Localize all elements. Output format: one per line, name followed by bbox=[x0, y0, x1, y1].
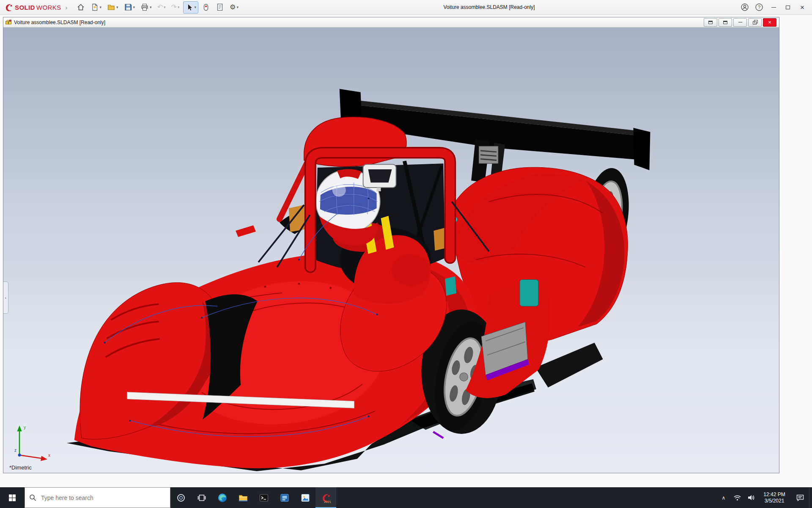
new-document-button[interactable]: ▾ bbox=[88, 1, 104, 14]
mouse-gestures-button[interactable] bbox=[200, 1, 212, 14]
cortana-icon bbox=[176, 493, 186, 502]
quick-access-toolbar: ▾ ▾ ▾ ▾ ↶ ▾ ↷ ▾ ▾ bbox=[74, 1, 241, 14]
assembly-file-icon bbox=[5, 19, 12, 26]
maximize-button[interactable] bbox=[781, 1, 795, 13]
clock-date: 3/5/2021 bbox=[757, 498, 791, 504]
doc-new-window-button[interactable] bbox=[704, 18, 717, 27]
search-input[interactable] bbox=[40, 494, 166, 502]
featuremanager-collapsed-tab[interactable]: ‹ bbox=[3, 282, 8, 314]
volume-icon bbox=[747, 494, 755, 502]
task-view-icon bbox=[197, 493, 206, 502]
photos-icon bbox=[300, 493, 310, 503]
print-icon bbox=[140, 3, 149, 11]
edge-button[interactable] bbox=[212, 487, 233, 508]
view-orientation-label: *Dimetric bbox=[9, 464, 32, 471]
undo-button[interactable]: ↶ ▾ bbox=[155, 1, 168, 14]
document-title: Voiture assomblee.SLDASM [Read-only] bbox=[14, 19, 105, 25]
brand-works-text: WORKS bbox=[36, 4, 61, 11]
gear-icon: ⚙ bbox=[230, 4, 236, 11]
file-explorer-icon bbox=[238, 493, 248, 503]
terminal-app-button[interactable] bbox=[253, 487, 274, 508]
document-window-controls: × bbox=[704, 18, 777, 27]
options-dropdown[interactable]: ▾ bbox=[236, 5, 239, 9]
solidworks-taskbar-button[interactable]: 2021 bbox=[315, 487, 336, 508]
select-tool-button[interactable]: ▾ bbox=[183, 1, 199, 14]
desktop-root: { "glyphs": { "flyout_arrow": "›", "drop… bbox=[0, 0, 812, 508]
help-icon: ? bbox=[755, 3, 763, 11]
volume-button[interactable] bbox=[744, 487, 757, 508]
redo-icon: ↷ bbox=[171, 4, 177, 11]
doc-minimize-button[interactable] bbox=[733, 18, 747, 27]
document-properties-button[interactable] bbox=[214, 1, 226, 14]
clock-time: 12:42 PM bbox=[757, 491, 791, 498]
undo-dropdown[interactable]: ▾ bbox=[164, 5, 166, 9]
open-dropdown[interactable]: ▾ bbox=[116, 5, 118, 9]
task-view-button[interactable] bbox=[191, 487, 212, 508]
windows-taskbar: 2021 ∧ 12:42 PM 3/5/2021 bbox=[0, 487, 812, 508]
doc-tile-window-button[interactable] bbox=[719, 18, 732, 27]
window-icon bbox=[723, 21, 727, 24]
doc-close-icon: × bbox=[768, 19, 771, 25]
svg-text:x: x bbox=[48, 453, 50, 458]
close-button[interactable]: × bbox=[795, 1, 809, 13]
car-model-render bbox=[3, 28, 779, 473]
minimize-icon bbox=[771, 7, 776, 8]
show-desktop-button[interactable] bbox=[809, 487, 812, 508]
graphics-viewport[interactable]: ‹ y x z *Dimetric bbox=[3, 28, 779, 473]
app-titlebar[interactable]: SOLIDWORKS › ▾ ▾ ▾ ▾ ↶ ▾ ↷ ▾ bbox=[0, 0, 812, 15]
tray-expand-button[interactable]: ∧ bbox=[717, 487, 730, 508]
new-document-dropdown[interactable]: ▾ bbox=[100, 5, 102, 9]
svg-text:?: ? bbox=[758, 5, 760, 10]
blue-app-button[interactable] bbox=[274, 487, 295, 508]
taskbar-search[interactable] bbox=[25, 487, 170, 508]
svg-text:2021: 2021 bbox=[324, 500, 331, 503]
blue-app-icon bbox=[280, 493, 290, 503]
start-button[interactable] bbox=[0, 487, 25, 508]
terminal-icon bbox=[259, 493, 269, 503]
taskbar-clock[interactable]: 12:42 PM 3/5/2021 bbox=[757, 487, 791, 508]
help-button[interactable]: ? bbox=[752, 1, 766, 13]
doc-close-button[interactable]: × bbox=[763, 18, 776, 27]
mouse-gestures-icon bbox=[202, 3, 210, 11]
solidworks-logo-icon bbox=[4, 3, 14, 12]
doc-restore-icon bbox=[753, 21, 757, 25]
open-folder-icon bbox=[107, 3, 115, 11]
options-button[interactable]: ⚙ ▾ bbox=[228, 1, 241, 14]
solidworks-logo: SOLIDWORKS bbox=[3, 3, 63, 12]
menu-flyout-arrow-icon[interactable]: › bbox=[63, 4, 70, 11]
cortana-button[interactable] bbox=[170, 487, 191, 508]
document-properties-icon bbox=[216, 3, 224, 11]
app-window-title: Voiture assomblee.SLDASM [Read-only] bbox=[241, 4, 738, 10]
document-titlebar[interactable]: Voiture assomblee.SLDASM [Read-only] × bbox=[3, 17, 779, 28]
orientation-triad: y x z bbox=[14, 421, 54, 463]
open-button[interactable]: ▾ bbox=[105, 1, 121, 14]
brand-solid-text: SOLID bbox=[15, 4, 35, 11]
doc-restore-button[interactable] bbox=[748, 18, 762, 27]
windows-logo-icon bbox=[8, 494, 16, 502]
redo-dropdown[interactable]: ▾ bbox=[178, 5, 180, 9]
system-tray: ∧ 12:42 PM 3/5/2021 bbox=[717, 487, 812, 508]
network-button[interactable] bbox=[730, 487, 744, 508]
doc-minimize-icon bbox=[738, 22, 742, 22]
photos-app-button[interactable] bbox=[295, 487, 315, 508]
account-button[interactable] bbox=[738, 1, 752, 13]
save-icon bbox=[124, 3, 132, 11]
select-tool-dropdown[interactable]: ▾ bbox=[195, 5, 197, 9]
save-button[interactable]: ▾ bbox=[122, 1, 137, 14]
action-center-button[interactable] bbox=[791, 487, 809, 508]
document-window: Voiture assomblee.SLDASM [Read-only] × bbox=[3, 17, 779, 473]
home-button[interactable] bbox=[74, 1, 87, 14]
save-dropdown[interactable]: ▾ bbox=[133, 5, 135, 9]
search-icon bbox=[29, 494, 36, 501]
redo-button[interactable]: ↷ ▾ bbox=[169, 1, 182, 14]
solidworks-app-icon: 2021 bbox=[321, 492, 332, 503]
file-explorer-button[interactable] bbox=[233, 487, 253, 508]
select-arrow-icon bbox=[185, 3, 194, 11]
minimize-button[interactable] bbox=[766, 1, 781, 13]
svg-text:y: y bbox=[24, 425, 26, 430]
tray-chevron-icon: ∧ bbox=[722, 495, 726, 501]
new-document-icon bbox=[91, 3, 99, 11]
print-dropdown[interactable]: ▾ bbox=[150, 5, 152, 9]
maximize-icon bbox=[786, 6, 790, 9]
print-button[interactable]: ▾ bbox=[138, 1, 154, 14]
